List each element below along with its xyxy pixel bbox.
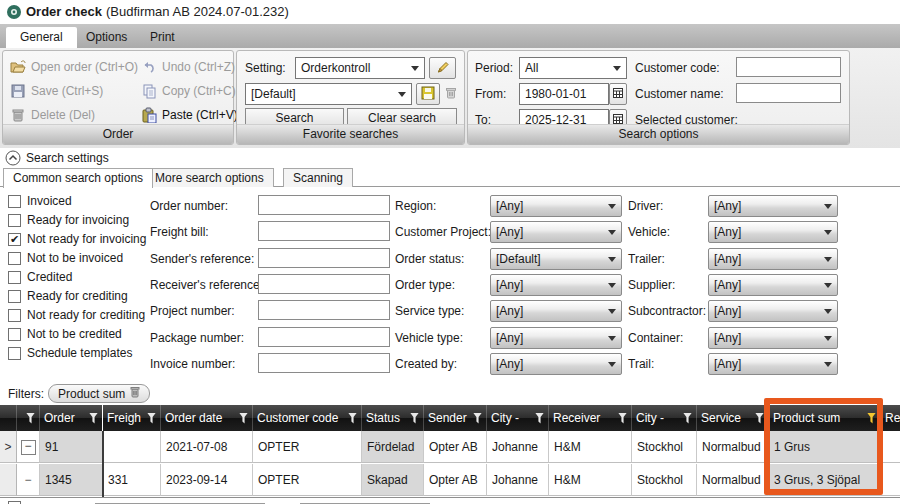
row-expand-toggle[interactable]: −: [17, 431, 40, 463]
cell-receiver[interactable]: H&M: [549, 431, 632, 463]
subcontractor-dropdown[interactable]: [Any]: [708, 300, 838, 322]
tab-general[interactable]: General: [6, 27, 77, 48]
grid-header-order[interactable]: Order: [40, 405, 103, 431]
project-number-input[interactable]: [258, 300, 390, 320]
checkbox-box[interactable]: [8, 271, 21, 284]
grid-header-city-receiver[interactable]: City -: [632, 405, 697, 431]
cell-status[interactable]: Fördelad: [362, 431, 424, 463]
grid-header-expand[interactable]: [17, 405, 40, 431]
edit-setting-button[interactable]: [429, 57, 456, 79]
cell-city-receiver[interactable]: Stockhol: [632, 431, 697, 463]
checkbox-not-ready-for-crediting[interactable]: Not ready for crediting: [8, 308, 145, 322]
checkbox-credited[interactable]: Credited: [8, 270, 72, 284]
collapse-icon[interactable]: −: [24, 473, 31, 487]
supplier-dropdown[interactable]: [Any]: [708, 274, 838, 296]
save-button[interactable]: Save (Ctrl+S): [10, 82, 103, 100]
checkbox-box[interactable]: [8, 309, 21, 322]
filter-funnel-icon[interactable]: [535, 413, 544, 424]
checkbox-box[interactable]: [8, 347, 21, 360]
filter-funnel-icon[interactable]: [348, 413, 357, 424]
cell-product-sum[interactable]: 3 Grus, 3 Sjöpal: [769, 464, 881, 496]
from-date-input[interactable]: 1980-01-01: [519, 83, 609, 105]
grid-header-city-sender[interactable]: City -: [487, 405, 549, 431]
cell-sender[interactable]: Opter AB: [424, 431, 487, 463]
trail-dropdown[interactable]: [Any]: [708, 353, 838, 375]
grid-header-freight[interactable]: Freigh: [103, 405, 161, 431]
tab-scanning[interactable]: Scanning: [283, 168, 353, 187]
cell-order-date[interactable]: 2021-07-08: [161, 431, 253, 463]
checkbox-box[interactable]: [8, 290, 21, 303]
cell-status[interactable]: Skapad: [362, 464, 424, 496]
filter-funnel-icon[interactable]: [473, 413, 482, 424]
checkbox-ready-for-crediting[interactable]: Ready for crediting: [8, 289, 128, 303]
vehicle-dropdown[interactable]: [Any]: [708, 221, 838, 243]
cell-resource[interactable]: [881, 464, 900, 496]
cell-receiver[interactable]: H&M: [549, 464, 632, 496]
cell-city-sender[interactable]: Johanne: [487, 464, 549, 496]
tab-options[interactable]: Options: [72, 27, 141, 48]
freight-bill-input[interactable]: [258, 221, 390, 241]
tab-more-search-options[interactable]: More search options: [145, 168, 274, 187]
checkbox-not-ready-for-invoicing[interactable]: ✔Not ready for invoicing: [8, 232, 146, 246]
grid-header-status[interactable]: Status: [362, 405, 424, 431]
from-calendar-button[interactable]: [609, 83, 627, 105]
cell-service[interactable]: Normalbud: [697, 464, 769, 496]
checkbox-box[interactable]: [8, 252, 21, 265]
filter-funnel-icon[interactable]: [755, 413, 764, 424]
customer-project-dropdown[interactable]: [Any]: [490, 221, 622, 243]
grid-header-order-date[interactable]: Order date: [161, 405, 253, 431]
grid-header-resource[interactable]: Reso: [881, 405, 900, 431]
copy-button[interactable]: Copy (Ctrl+C): [141, 82, 236, 100]
paste-button[interactable]: Paste (Ctrl+V): [141, 106, 238, 124]
cell-freight[interactable]: 331: [103, 464, 161, 496]
setting-dropdown[interactable]: Orderkontroll: [295, 57, 425, 79]
tab-common-search-options[interactable]: Common search options: [3, 168, 153, 188]
checkbox-invoiced[interactable]: Invoiced: [8, 194, 72, 208]
filter-chip-product-sum[interactable]: Product sum: [48, 384, 150, 403]
cell-city-receiver[interactable]: Stockhol: [632, 464, 697, 496]
service-type-dropdown[interactable]: [Any]: [490, 300, 622, 322]
grid-header-receiver[interactable]: Receiver: [549, 405, 632, 431]
cell-order-date[interactable]: 2023-09-14: [161, 464, 253, 496]
cell-order[interactable]: 91: [40, 431, 103, 463]
grid-header-product-sum[interactable]: Product sum: [769, 405, 881, 431]
cell-customer-code[interactable]: OPTER: [253, 464, 362, 496]
created-by-dropdown[interactable]: [Any]: [490, 353, 622, 375]
cell-city-sender[interactable]: Johanne: [487, 431, 549, 463]
collapse-icon[interactable]: −: [21, 440, 36, 455]
filter-funnel-icon[interactable]: [89, 413, 98, 424]
cell-service[interactable]: Normalbud: [697, 431, 769, 463]
checkbox-ready-for-invoicing[interactable]: Ready for invoicing: [8, 213, 129, 227]
active-filter-funnel-icon[interactable]: [867, 413, 876, 424]
driver-dropdown[interactable]: [Any]: [708, 195, 838, 217]
row-expand-toggle[interactable]: −: [17, 464, 40, 496]
filter-funnel-icon[interactable]: [26, 413, 35, 424]
senders-reference-input[interactable]: [258, 248, 390, 268]
cell-order[interactable]: 1345: [40, 464, 103, 496]
period-dropdown[interactable]: All: [519, 57, 627, 79]
cell-freight[interactable]: [103, 431, 161, 463]
save-favorite-button[interactable]: [416, 83, 440, 105]
row-indicator[interactable]: [0, 464, 17, 496]
cell-resource[interactable]: [881, 431, 900, 463]
package-number-input[interactable]: [258, 327, 390, 347]
checkbox-not-to-be-invoiced[interactable]: Not to be invoiced: [8, 251, 123, 265]
delete-button[interactable]: Delete (Del): [10, 106, 95, 124]
checkbox-schedule-templates[interactable]: Schedule templates: [8, 346, 132, 360]
trailer-dropdown[interactable]: [Any]: [708, 248, 838, 270]
order-status-dropdown[interactable]: [Default]: [490, 248, 622, 270]
row-indicator[interactable]: >: [0, 431, 17, 463]
vehicle-type-dropdown[interactable]: [Any]: [490, 327, 622, 349]
checkbox-box[interactable]: [8, 195, 21, 208]
checkbox-box-checked[interactable]: ✔: [8, 233, 21, 246]
grid-header-customer-code[interactable]: Customer code: [253, 405, 362, 431]
filter-funnel-icon[interactable]: [618, 413, 627, 424]
cell-customer-code[interactable]: OPTER: [253, 431, 362, 463]
filter-funnel-icon[interactable]: [410, 413, 419, 424]
filter-funnel-icon[interactable]: [147, 413, 156, 424]
cell-sender[interactable]: Opter AB: [424, 464, 487, 496]
favorite-dropdown[interactable]: [Default]: [245, 83, 412, 105]
delete-favorite-button[interactable]: [444, 86, 458, 103]
filter-funnel-icon[interactable]: [683, 413, 692, 424]
checkbox-not-to-be-credited[interactable]: Not to be credited: [8, 327, 122, 341]
